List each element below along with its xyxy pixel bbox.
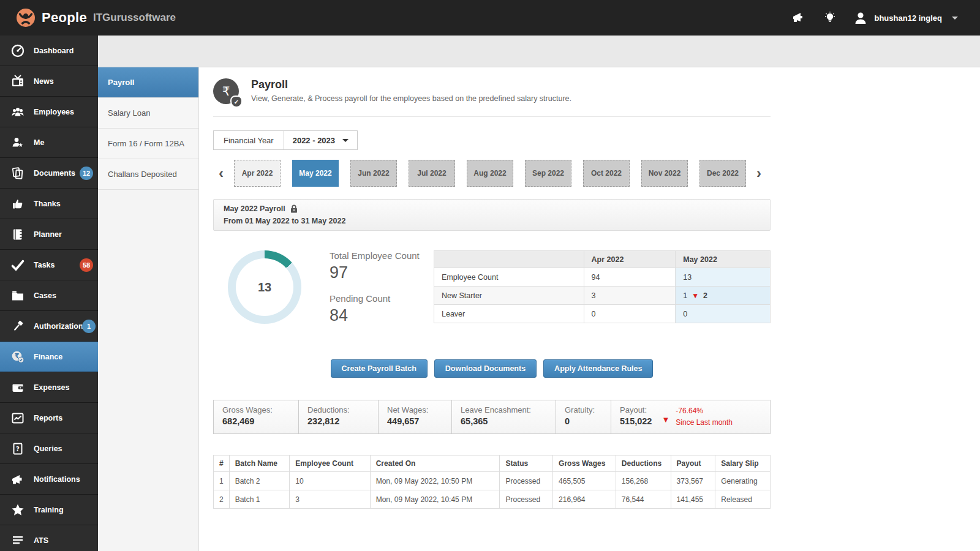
sidebar-item-thanks[interactable]: Thanks	[0, 189, 98, 219]
prev-month-chevron-icon[interactable]: ‹	[213, 165, 229, 182]
sidebar-item-tasks[interactable]: Tasks 58	[0, 250, 98, 280]
page-title: Payroll	[251, 78, 571, 91]
lock-icon	[290, 204, 298, 213]
sidebar-item-documents[interactable]: Documents 12	[0, 158, 98, 189]
topbar: People ITGurussoftware bhushan12 ingleq	[0, 0, 980, 36]
sidebar-item-ats[interactable]: ATS	[0, 525, 98, 551]
cell-payout: 141,455	[671, 490, 715, 509]
next-month-chevron-icon[interactable]: ›	[751, 165, 767, 182]
sum-value: 232,812	[307, 416, 369, 426]
shield-check-icon: ✓	[230, 96, 243, 108]
month-tab-jun-2022[interactable]: Jun 2022	[350, 160, 397, 187]
submenu-label: Form 16 / Form 12BA	[108, 139, 184, 148]
documents-count-badge: 12	[80, 167, 93, 180]
cell-salary-slip: Released	[715, 490, 771, 509]
financial-year-select[interactable]: 2022 - 2023	[284, 131, 357, 149]
month-tab-apr-2022[interactable]: Apr 2022	[234, 160, 281, 187]
may-value: 1▼2	[676, 287, 771, 305]
gratuity-cell: Gratuity: 0	[556, 400, 611, 433]
cell-deductions: 76,544	[616, 490, 671, 509]
sidebar-label: Authorizations	[34, 322, 88, 331]
submenu-item-challans[interactable]: Challans Deposited	[98, 159, 198, 190]
sidebar-item-finance[interactable]: ₹ Finance	[0, 342, 98, 372]
pending-count-label: Pending Count	[330, 293, 420, 304]
apply-attendance-rules-button[interactable]: Apply Attendance Rules	[543, 359, 653, 378]
payroll-summary-bar: Gross Wages: 682,469 Deductions: 232,812…	[213, 400, 771, 434]
sum-label: Gratuity:	[565, 405, 602, 414]
month-tab-may-2022[interactable]: May 2022	[292, 160, 339, 187]
month-tab-dec-2022[interactable]: Dec 2022	[699, 160, 746, 187]
sidebar-item-queries[interactable]: ? Queries	[0, 433, 98, 464]
batch-row[interactable]: 1 Batch 2 10 Mon, 09 May 2022, 10:50 PM …	[214, 472, 771, 490]
sidebar-item-employees[interactable]: Employees	[0, 97, 98, 127]
sidebar: Dashboard News Employees Me Documents 1	[0, 36, 98, 551]
sidebar-label: ATS	[34, 536, 48, 545]
header-empty	[434, 251, 584, 268]
tasks-count-badge: 58	[80, 258, 93, 272]
leave-encashment-cell: Leave Encashment: 65,365	[452, 400, 556, 433]
may-current: 1	[683, 291, 687, 300]
sidebar-item-authorizations[interactable]: Authorizations 1	[0, 311, 98, 342]
apr-value: 3	[584, 287, 676, 305]
sum-label: Deductions:	[307, 405, 369, 414]
month-tab-sep-2022[interactable]: Sep 2022	[525, 160, 571, 187]
page-header: ₹ ✓ Payroll View, Generate, & Process pa…	[213, 78, 771, 117]
col-batch-name[interactable]: Batch Name	[229, 455, 290, 472]
training-star-icon	[10, 503, 26, 517]
submenu-item-payroll[interactable]: Payroll	[98, 67, 198, 98]
month-tab-oct-2022[interactable]: Oct 2022	[583, 160, 630, 187]
col-created-on[interactable]: Created On	[370, 455, 500, 472]
brand-name: People	[42, 10, 87, 26]
batch-row[interactable]: 2 Batch 1 3 Mon, 09 May 2022, 10:45 PM P…	[214, 490, 771, 509]
may-delta: 2	[703, 291, 707, 300]
sidebar-item-expenses[interactable]: Expenses	[0, 372, 98, 403]
username[interactable]: bhushan12 ingleq	[874, 13, 942, 23]
user-menu-caret-icon[interactable]	[952, 17, 958, 20]
col-deductions[interactable]: Deductions	[616, 455, 671, 472]
documents-icon	[10, 166, 26, 181]
authorizations-gavel-icon	[10, 319, 26, 334]
col-num[interactable]: #	[214, 455, 230, 472]
cell-gross-wages: 216,964	[553, 490, 616, 509]
apr-value: 0	[584, 305, 676, 323]
sidebar-label: News	[34, 77, 54, 86]
sidebar-item-cases[interactable]: Cases	[0, 280, 98, 311]
sidebar-item-dashboard[interactable]: Dashboard	[0, 36, 98, 66]
payroll-rupee-icon: ₹ ✓	[213, 78, 244, 108]
sidebar-item-notifications[interactable]: Notifications	[0, 464, 98, 495]
cell-batch-name: Batch 2	[229, 472, 290, 490]
sidebar-label: Me	[34, 138, 44, 147]
submenu-item-salary-loan[interactable]: Salary Loan	[98, 98, 198, 129]
announcements-icon[interactable]	[792, 11, 807, 24]
sidebar-item-me[interactable]: Me	[0, 127, 98, 158]
col-salary-slip[interactable]: Salary Slip	[715, 455, 771, 472]
total-employee-value: 97	[330, 263, 420, 282]
submenu-label: Salary Loan	[108, 108, 150, 118]
sidebar-item-reports[interactable]: Reports	[0, 403, 98, 433]
cell-batch-name: Batch 1	[229, 490, 290, 509]
month-tab-aug-2022[interactable]: Aug 2022	[467, 160, 513, 187]
sidebar-label: Notifications	[34, 475, 80, 484]
col-payout[interactable]: Payout	[671, 455, 715, 472]
authorizations-count-badge: 1	[82, 320, 96, 333]
sidebar-label: Cases	[34, 291, 56, 300]
month-tab-nov-2022[interactable]: Nov 2022	[641, 160, 688, 187]
sum-label: Leave Encashment:	[461, 405, 547, 414]
ideas-bulb-icon[interactable]	[823, 11, 837, 24]
sidebar-label: Documents	[34, 169, 75, 178]
payroll-period-title: May 2022 Payroll	[224, 204, 285, 213]
col-status[interactable]: Status	[500, 455, 553, 472]
brand[interactable]: People ITGurussoftware	[16, 8, 176, 28]
col-gross-wages[interactable]: Gross Wages	[553, 455, 616, 472]
sidebar-item-training[interactable]: Training	[0, 495, 98, 525]
user-avatar-icon[interactable]	[853, 11, 868, 24]
cell-salary-slip: Generating	[715, 472, 771, 490]
download-documents-button[interactable]: Download Documents	[434, 359, 537, 378]
col-employee-count[interactable]: Employee Count	[290, 455, 370, 472]
payout-delta: ▼ -76.64% Since Last month	[662, 405, 733, 429]
submenu-item-form16[interactable]: Form 16 / Form 12BA	[98, 129, 198, 159]
create-payroll-batch-button[interactable]: Create Payroll Batch	[331, 359, 428, 378]
month-tab-jul-2022[interactable]: Jul 2022	[409, 160, 455, 187]
sidebar-item-news[interactable]: News	[0, 66, 98, 97]
sidebar-item-planner[interactable]: Planner	[0, 219, 98, 250]
